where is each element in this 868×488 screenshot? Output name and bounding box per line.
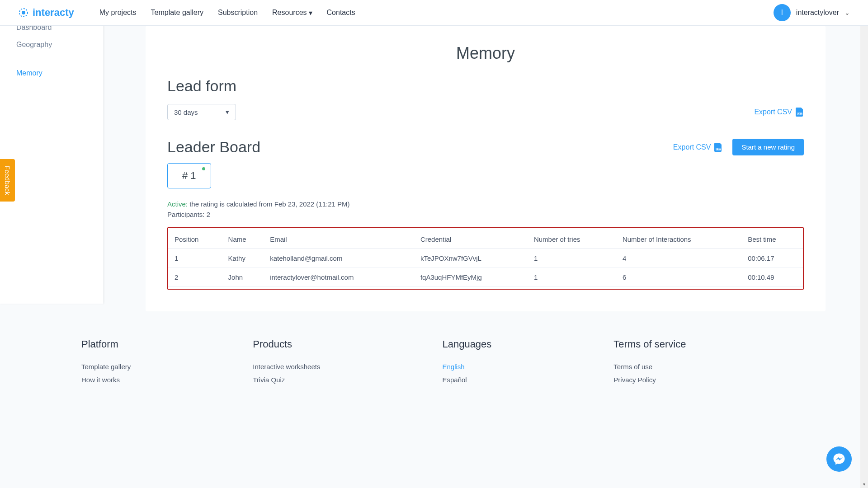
leaderboard-actions: Export CSV CSV Start a new rating [673, 139, 804, 155]
table-row: 2 John interactylover@hotmail.com fqA3uq… [168, 268, 803, 287]
col-interactions: Number of Interactions [619, 230, 744, 249]
participants-count: 2 [207, 211, 210, 218]
nav-contacts[interactable]: Contacts [327, 9, 355, 17]
footer-link-template-gallery[interactable]: Template gallery [81, 363, 131, 371]
period-value: 30 days [174, 108, 198, 116]
logo[interactable]: interacty [18, 7, 74, 19]
footer-link-english[interactable]: English [442, 363, 491, 371]
user-menu[interactable]: I interactylover ⌄ [774, 4, 850, 21]
footer-link-terms-of-use[interactable]: Terms of use [613, 363, 686, 371]
sidebar-item-geography[interactable]: Geography [16, 36, 87, 53]
leaderboard-table: Position Name Email Credential Number of… [168, 230, 803, 287]
col-credential: Credential [417, 230, 530, 249]
col-best-time: Best time [744, 230, 803, 249]
logo-text: interacty [33, 7, 74, 19]
page-title: Memory [167, 44, 804, 63]
col-tries: Number of tries [530, 230, 619, 249]
footer-languages-title: Languages [442, 338, 491, 350]
feedback-tab[interactable]: Feedback [0, 159, 15, 202]
footer-link-privacy-policy[interactable]: Privacy Policy [613, 376, 686, 384]
status-active-label: Active: [167, 200, 188, 208]
main-nav: My projects Template gallery Subscriptio… [99, 9, 355, 17]
footer-link-espanol[interactable]: Español [442, 376, 491, 384]
messenger-icon [832, 452, 846, 466]
svg-text:CSV: CSV [797, 113, 802, 115]
leadform-controls: 30 days ▾ Export CSV CSV [167, 104, 804, 120]
col-position: Position [168, 230, 225, 249]
scroll-down-arrow[interactable]: ▾ [860, 480, 868, 488]
scroll-track[interactable] [860, 8, 868, 480]
leadform-title: Lead form [167, 77, 804, 95]
participants-line: Participants: 2 [167, 211, 804, 218]
footer-link-how-it-works[interactable]: How it works [81, 376, 131, 384]
chevron-down-icon: ⌄ [844, 9, 850, 16]
content-card: Memory Lead form 30 days ▾ Export CSV CS… [146, 26, 826, 311]
csv-file-icon: CSV [714, 143, 722, 152]
footer-link-interactive-worksheets[interactable]: Interactive worksheets [253, 363, 320, 371]
sidebar-divider [16, 59, 87, 59]
svg-point-0 [22, 11, 25, 14]
col-name: Name [225, 230, 267, 249]
period-select[interactable]: 30 days ▾ [167, 104, 236, 120]
footer-terms: Terms of service Terms of use Privacy Po… [613, 338, 686, 389]
header: interacty My projects Template gallery S… [0, 0, 868, 26]
csv-file-icon: CSV [796, 108, 804, 117]
sidebar: Dashboard Geography Memory [0, 0, 103, 304]
leadform-export-csv[interactable]: Export CSV CSV [754, 108, 804, 117]
footer-languages: Languages English Español [442, 338, 491, 389]
chat-bubble-button[interactable] [826, 446, 852, 472]
footer-link-trivia-quiz[interactable]: Trivia Quiz [253, 376, 320, 384]
leaderboard-export-csv[interactable]: Export CSV CSV [673, 143, 723, 152]
nav-my-projects[interactable]: My projects [99, 9, 137, 17]
avatar: I [774, 4, 791, 21]
start-new-rating-button[interactable]: Start a new rating [732, 139, 804, 155]
footer-products-title: Products [253, 338, 320, 350]
rating-badge[interactable]: # 1 [167, 163, 211, 188]
leaderboard-table-highlight: Position Name Email Credential Number of… [167, 227, 804, 290]
logo-icon [18, 7, 29, 18]
user-name-label: interactylover [796, 9, 839, 17]
footer-platform-title: Platform [81, 338, 131, 350]
status-text: the rating is calculated from Feb 23, 20… [188, 200, 350, 208]
table-header-row: Position Name Email Credential Number of… [168, 230, 803, 249]
active-indicator-dot [202, 167, 205, 170]
nav-template-gallery[interactable]: Template gallery [151, 9, 204, 17]
nav-resources[interactable]: Resources ▾ [272, 9, 312, 17]
nav-subscription[interactable]: Subscription [218, 9, 258, 17]
footer: Platform Template gallery How it works P… [0, 311, 868, 407]
leaderboard-title: Leader Board [167, 138, 260, 156]
col-email: Email [266, 230, 417, 249]
sidebar-item-memory[interactable]: Memory [16, 65, 87, 82]
footer-platform: Platform Template gallery How it works [81, 338, 131, 389]
footer-products: Products Interactive worksheets Trivia Q… [253, 338, 320, 389]
leaderboard-header: Leader Board Export CSV CSV Start a new … [167, 138, 804, 156]
caret-down-icon: ▾ [226, 108, 229, 116]
caret-down-icon: ▾ [309, 9, 312, 17]
main-content: Memory Lead form 30 days ▾ Export CSV CS… [103, 26, 868, 311]
svg-text:CSV: CSV [716, 148, 721, 150]
table-row: 1 Kathy kateholland@gmail.com kTeJPOXnw7… [168, 249, 803, 268]
status-line: Active: the rating is calculated from Fe… [167, 200, 804, 208]
footer-terms-title: Terms of service [613, 338, 686, 350]
